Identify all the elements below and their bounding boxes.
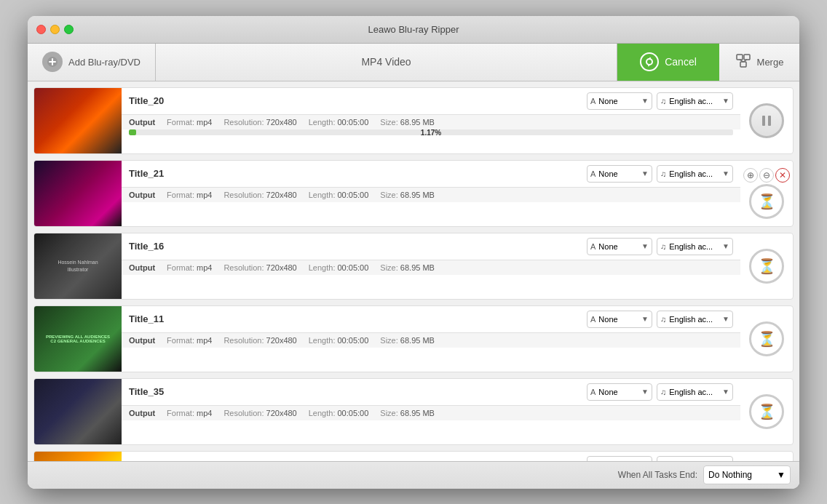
resolution-item: Resolution: 720x480 [223,118,296,127]
audio-dropdown-title-11[interactable]: ♫ English ac... ▼ [657,311,733,328]
when-all-tasks-label: When All Tasks End: [618,470,697,480]
svg-rect-1 [737,55,743,60]
output-label-35: Output [129,409,155,417]
item-controls-title-11: A None ▼ ♫ English ac... ▼ [587,311,733,328]
move-up-button-21[interactable]: ⊕ [743,168,758,183]
item-header-title-16: Title_16 A None ▼ ♫ English ac... ▼ [122,233,740,260]
cancel-button[interactable]: Cancel [617,44,719,81]
audio-icon-16: ♫ [660,242,666,251]
subtitle-dropdown-title-11[interactable]: A None ▼ [587,311,652,328]
item-header-title-35: Title_35 A None ▼ ♫ English ac... ▼ [122,379,740,405]
subtitle-arrow-16: ▼ [641,242,649,250]
do-nothing-dropdown[interactable]: Do Nothing ▼ [703,465,791,484]
item-header-title-25: Title_25 A None ▼ ♫ English ac... ▼ [122,452,740,461]
subtitle-dropdown-title-16[interactable]: A None ▼ [587,238,652,255]
hourglass-button-35[interactable]: ⏳ [749,394,784,429]
thumbnail-title-21 [34,161,122,226]
format-label-item: Format: mp4 [167,118,212,127]
length-item-21: Length: 00:05:00 [309,191,369,199]
subtitle-value-title-21: None [598,169,617,178]
thumbnail-title-16: Hossein NahlmanIllustrator [34,233,122,299]
subtitle-value-title-16: None [598,242,617,251]
subtitle-dropdown-title-35[interactable]: A None ▼ [587,383,652,401]
item-action-title-20 [740,88,793,153]
item-details-title-11: Output Format: mp4 Resolution: 720x480 L… [122,332,740,348]
pause-button-title-20[interactable] [749,103,784,138]
progress-label-title-20: 1.17% [421,129,441,135]
maximize-button[interactable] [64,25,74,34]
format-label-item-35: Format: mp4 [167,409,212,417]
output-label-16: Output [129,263,155,272]
subtitle-icon-21: A [590,169,595,178]
subtitle-arrow: ▼ [641,97,649,105]
item-header-title-21: Title_21 A None ▼ ♫ English ac... ▼ [122,161,740,187]
item-title-20: Title_20 [129,95,581,106]
thumbnail-title-11: PREVIEWING ALL AUDIENCESC2 GENERAL AUDIE… [34,306,122,372]
subtitle-arrow-11: ▼ [641,315,649,323]
progress-fill-title-20 [129,129,136,135]
hourglass-button-16[interactable]: ⏳ [749,249,784,284]
svg-rect-2 [744,55,750,60]
hourglass-button-21[interactable]: ⏳ [749,184,784,219]
length-item-35: Length: 00:05:00 [309,409,369,417]
audio-value-title-21: English ac... [669,169,713,178]
subtitle-dropdown-title-25[interactable]: A None ▼ [587,456,652,461]
add-bluray-button[interactable]: Add Blu-ray/DVD [28,44,156,81]
hourglass-button-11[interactable]: ⏳ [749,321,784,356]
audio-dropdown-title-21[interactable]: ♫ English ac... ▼ [657,165,733,183]
cancel-label: Cancel [665,56,697,68]
table-row: Hossein NahlmanIllustrator Title_16 A No… [33,233,794,300]
output-label: Output [129,118,155,127]
audio-value-title-35: English ac... [669,388,713,396]
audio-arrow-16: ▼ [722,242,729,250]
thumbnail-title-35 [34,379,122,444]
window-title: Leawo Blu-ray Ripper [368,24,459,35]
content-area: Title_20 A None ▼ ♫ English ac... ▼ [28,81,799,489]
size-item-11: Size: 68.95 MB [380,336,435,345]
table-row: Title_20 A None ▼ ♫ English ac... ▼ [33,87,794,154]
subtitle-dropdown-title-21[interactable]: A None ▼ [587,165,652,183]
format-label-item-21: Format: mp4 [167,191,212,199]
item-controls-title-16: A None ▼ ♫ English ac... ▼ [587,238,733,255]
size-item: Size: 68.95 MB [380,118,435,127]
format-label-item-11: Format: mp4 [167,336,212,345]
audio-value-title-16: English ac... [669,242,713,251]
resolution-item-16: Resolution: 720x480 [223,263,296,272]
item-action-title-25: ⏳ [740,452,793,461]
audio-dropdown-title-35[interactable]: ♫ English ac... ▼ [657,383,733,401]
table-row: PREVIEWING ALL AUDIENCESC2 GENERAL AUDIE… [33,305,794,372]
item-controls-title-25: A None ▼ ♫ English ac... ▼ [587,456,733,461]
thumb-text-11: PREVIEWING ALL AUDIENCESC2 GENERAL AUDIE… [34,306,122,372]
svg-rect-4 [762,116,765,126]
size-item-35: Size: 68.95 MB [380,409,435,417]
row-nav-buttons-21: ⊕ ⊖ ✕ [743,168,790,183]
subtitle-icon-11: A [590,315,595,324]
move-down-button-21[interactable]: ⊖ [759,168,774,183]
do-nothing-arrow: ▼ [777,470,786,480]
audio-arrow-35: ▼ [722,388,729,396]
merge-button[interactable]: Merge [719,44,799,81]
audio-dropdown-title-20[interactable]: ♫ English ac... ▼ [657,92,733,110]
audio-value-title-11: English ac... [669,315,713,324]
audio-icon-35: ♫ [660,388,666,396]
close-button[interactable] [36,25,46,34]
subtitle-value-title-11: None [598,315,617,324]
item-header-title-11: Title_11 A None ▼ ♫ English ac... ▼ [122,306,740,332]
minimize-button[interactable] [50,25,60,34]
remove-button-21[interactable]: ✕ [775,168,790,183]
audio-dropdown-title-25[interactable]: ♫ English ac... ▼ [657,456,733,461]
traffic-lights [36,25,74,34]
item-action-title-21: ⊕ ⊖ ✕ ⏳ [740,161,793,226]
subtitle-value-title-35: None [598,388,617,396]
subtitle-dropdown-title-20[interactable]: A None ▼ [587,92,652,110]
subtitle-arrow-35: ▼ [641,388,649,396]
output-label-21: Output [129,191,155,199]
progress-bar-title-20: 1.17% [129,129,733,135]
item-title-35: Title_35 [129,386,581,397]
audio-dropdown-title-16[interactable]: ♫ English ac... ▼ [657,238,733,255]
subtitle-arrow-21: ▼ [641,169,649,177]
format-label-item-16: Format: mp4 [167,263,212,272]
item-details-title-16: Output Format: mp4 Resolution: 720x480 L… [122,260,740,275]
audio-icon: ♫ [660,97,666,105]
table-row: Title_21 A None ▼ ♫ English ac... ▼ [33,160,794,227]
